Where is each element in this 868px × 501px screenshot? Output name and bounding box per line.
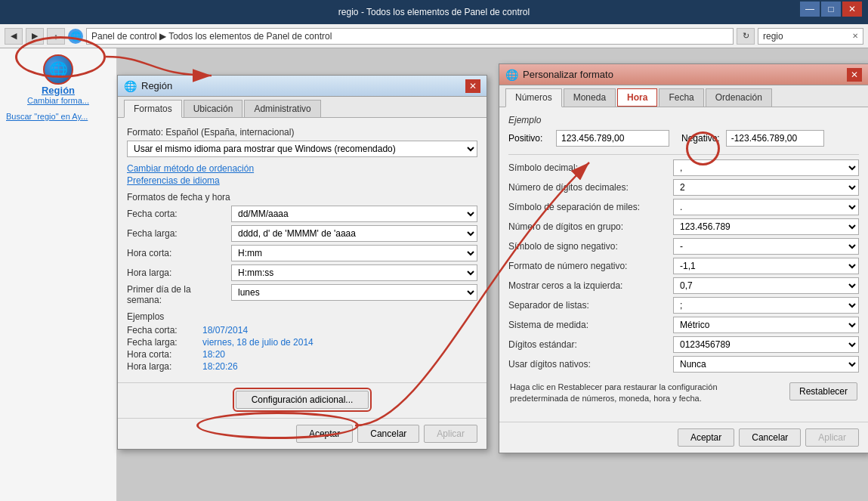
btn-configuracion-adicional[interactable]: Configuración adicional... — [236, 391, 369, 409]
examples-title: Ejemplos — [127, 311, 477, 322]
btn-region-aplicar[interactable]: Aplicar — [424, 425, 477, 443]
label-primer-dia: Primer día de la semana: — [127, 284, 225, 305]
pf-label-9: Dígitos estándar: — [508, 339, 667, 350]
pf-label-1: Número de dígitos decimales: — [508, 182, 667, 193]
personalizar-content: Ejemplo Positivo: Negativo: Símbolo deci… — [499, 107, 868, 422]
btn-region-aceptar[interactable]: Aceptar — [296, 425, 353, 443]
pf-label-6: Mostrar ceros a la izquierda: — [508, 280, 667, 291]
globe-icon: 🌐 — [43, 54, 73, 85]
fecha-hora-grid: Fecha corta: dd/MM/aaaa Fecha larga: ddd… — [127, 206, 477, 305]
pf-select-3[interactable]: 123.456.789 — [673, 218, 859, 235]
label-hora-larga: Hora larga: — [127, 268, 225, 278]
label-fecha-corta: Fecha corta: — [127, 209, 225, 219]
pf-select-2[interactable]: . — [673, 199, 859, 215]
pf-select-7[interactable]: ; — [673, 297, 859, 314]
search-clear[interactable]: ✕ — [852, 32, 858, 40]
personalizar-close-button[interactable]: ✕ — [847, 68, 862, 82]
pf-select-10[interactable]: Nunca — [673, 356, 859, 373]
refresh-button[interactable]: ↻ — [737, 28, 755, 45]
pf-label-0: Símbolo decimal: — [508, 162, 667, 173]
minimize-button[interactable]: — — [800, 2, 820, 17]
sidebar-sublabel[interactable]: Cambiar forma... — [27, 96, 89, 105]
main-area: 🌐 Región Cambiar forma... Buscar "regio"… — [0, 48, 868, 501]
address-field[interactable]: Panel de control ▶ Todos los elementos d… — [86, 28, 734, 45]
search-field[interactable]: regio ✕ — [758, 28, 863, 45]
pf-example-row: Positivo: Negativo: — [508, 130, 859, 147]
pf-positivo-input[interactable] — [556, 130, 669, 147]
personalizar-action-footer: Aceptar Cancelar Aplicar — [499, 422, 868, 453]
pf-label-5: Formato de número negativo: — [508, 261, 667, 271]
pf-label-4: Símbolo de signo negativo: — [508, 241, 667, 252]
tab-moneda[interactable]: Moneda — [564, 88, 616, 107]
globe-nav-icon: 🌐 — [68, 29, 83, 44]
select-primer-dia[interactable]: lunes — [231, 284, 477, 301]
pf-negativo-label: Negativo: — [681, 133, 720, 144]
region-content: Formato: Español (España, internacional)… — [118, 118, 487, 382]
pf-label-2: Símbolo de separación de miles: — [508, 202, 667, 212]
format-row: Formato: Español (España, internacional)… — [127, 127, 477, 157]
sidebar-icon-area: 🌐 Región Cambiar forma... — [6, 54, 110, 105]
tab-ordenacion[interactable]: Ordenación — [706, 88, 772, 107]
sidebar-help-link[interactable]: Buscar "regio" en Ay... — [6, 112, 88, 121]
region-title: Región — [141, 80, 465, 91]
select-hora-corta[interactable]: H:mm — [231, 245, 477, 261]
tab-numeros[interactable]: Números — [505, 88, 562, 107]
label-hora-corta: Hora corta: — [127, 248, 225, 258]
search-value: regio — [763, 31, 783, 42]
pf-label-7: Separador de listas: — [508, 300, 667, 311]
example-hora-corta: Hora corta: 18:20 — [127, 349, 477, 360]
personalizar-title: Personalizar formato — [523, 69, 847, 80]
tab-hora[interactable]: Hora — [617, 88, 657, 107]
links-area: Cambiar método de ordenación Preferencia… — [127, 163, 477, 186]
up-button[interactable]: ↑ — [47, 28, 65, 45]
btn-pf-cancelar[interactable]: Cancelar — [739, 428, 801, 447]
select-fecha-larga[interactable]: dddd, d' de 'MMMM' de 'aaaa — [231, 225, 477, 242]
pf-select-0[interactable]: , — [673, 159, 859, 176]
btn-pf-aplicar[interactable]: Aplicar — [805, 428, 859, 447]
pf-select-5[interactable]: -1,1 — [673, 258, 859, 274]
pf-select-8[interactable]: Métrico — [673, 317, 859, 333]
region-footer: Configuración adicional... — [118, 382, 487, 418]
link-idiomas[interactable]: Preferencias de idioma — [127, 175, 477, 186]
pf-bottom-area: Haga clic en Restablecer para restaurar … — [508, 376, 859, 408]
pf-label-3: Número de dígitos en grupo: — [508, 221, 667, 232]
forward-button[interactable]: ▶ — [26, 28, 44, 45]
dialog-region: 🌐 Región ✕ Formatos Ubicación Administra… — [117, 75, 487, 450]
back-button[interactable]: ◀ — [5, 28, 23, 45]
pf-select-9[interactable]: 0123456789 — [673, 336, 859, 353]
maximize-button[interactable]: □ — [821, 2, 841, 17]
pf-form-grid: Símbolo decimal: , Número de dígitos dec… — [508, 159, 859, 373]
link-ordenacion[interactable]: Cambiar método de ordenación — [127, 163, 477, 174]
btn-restablecer[interactable]: Restablecer — [789, 382, 857, 400]
pf-label-8: Sistema de medida: — [508, 320, 667, 330]
format-dropdown[interactable]: Usar el mismo idioma para mostrar que Wi… — [127, 141, 477, 157]
pf-example-title: Ejemplo — [508, 115, 859, 125]
dialog-personalizar: 🌐 Personalizar formato ✕ Números Moneda … — [499, 63, 868, 453]
pf-positivo-label: Positivo: — [508, 133, 550, 144]
select-fecha-corta[interactable]: dd/MM/aaaa — [231, 206, 477, 222]
pf-select-4[interactable]: - — [673, 238, 859, 255]
format-static: Formato: Español (España, internacional) — [127, 127, 477, 138]
btn-pf-aceptar[interactable]: Aceptar — [678, 428, 734, 447]
pf-select-1[interactable]: 2 — [673, 179, 859, 196]
pf-negativo-input[interactable] — [726, 130, 824, 147]
pf-select-6[interactable]: 0,7 — [673, 277, 859, 294]
address-bar: ◀ ▶ ↑ 🌐 Panel de control ▶ Todos los ele… — [0, 24, 868, 48]
example-fecha-corta: Fecha corta: 18/07/2014 — [127, 325, 477, 336]
tab-fecha[interactable]: Fecha — [659, 88, 703, 107]
region-tab-bar: Formatos Ubicación Administrativo — [118, 97, 487, 118]
taskbar-title: regio - Todos los elementos de Panel de … — [338, 7, 530, 17]
tab-administrativo[interactable]: Administrativo — [244, 100, 320, 117]
pf-label-10: Usar dígitos nativos: — [508, 359, 667, 370]
sidebar-region-label[interactable]: Región — [42, 85, 75, 96]
window-controls: — □ ✕ — [800, 2, 862, 17]
close-button[interactable]: ✕ — [842, 2, 862, 17]
pf-divider — [508, 154, 859, 155]
select-hora-larga[interactable]: H:mm:ss — [231, 264, 477, 281]
personalizar-title-icon: 🌐 — [505, 69, 518, 81]
tab-ubicacion[interactable]: Ubicación — [184, 100, 243, 117]
tab-formatos[interactable]: Formatos — [124, 100, 182, 118]
region-close-button[interactable]: ✕ — [465, 79, 480, 93]
region-title-icon: 🌐 — [124, 80, 137, 92]
btn-region-cancelar[interactable]: Cancelar — [357, 425, 419, 443]
